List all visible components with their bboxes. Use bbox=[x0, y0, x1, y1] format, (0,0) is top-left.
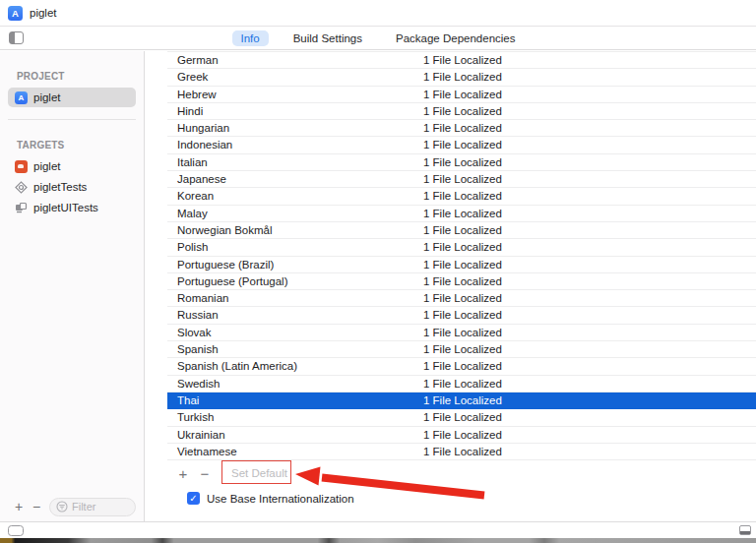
files-localized-label: 1 File Localized bbox=[423, 376, 502, 392]
files-localized-label: 1 File Localized bbox=[423, 257, 502, 273]
sidebar-toggle-icon[interactable] bbox=[9, 31, 24, 44]
language-label: Korean bbox=[167, 190, 214, 202]
project-editor-tabs: Info Build Settings Package Dependencies bbox=[0, 30, 756, 46]
localization-row[interactable]: Japanese 1 File Localized bbox=[167, 171, 756, 188]
tab-info[interactable]: Info bbox=[232, 30, 269, 46]
language-label: Indonesian bbox=[167, 139, 232, 151]
language-label: Hindi bbox=[167, 105, 203, 117]
add-target-button[interactable]: + bbox=[10, 500, 28, 513]
localization-row[interactable]: Spanish 1 File Localized bbox=[167, 341, 756, 358]
sidebar-item-label: piglet bbox=[33, 160, 61, 172]
tab-build-settings[interactable]: Build Settings bbox=[284, 30, 371, 46]
files-localized-label: 1 File Localized bbox=[423, 103, 502, 120]
files-localized-label: 1 File Localized bbox=[423, 171, 502, 188]
language-label: Vietnamese bbox=[167, 446, 237, 457]
project-app-icon: A bbox=[8, 6, 23, 21]
unit-test-target-icon bbox=[15, 181, 28, 194]
files-localized-label: 1 File Localized bbox=[423, 137, 502, 153]
files-localized-label: 1 File Localized bbox=[423, 427, 502, 444]
localization-row[interactable]: Hungarian 1 File Localized bbox=[167, 120, 756, 137]
files-localized-label: 1 File Localized bbox=[423, 325, 502, 341]
files-localized-label: 1 File Localized bbox=[423, 392, 502, 409]
localization-row[interactable]: Italian 1 File Localized bbox=[167, 154, 756, 171]
app-target-icon bbox=[15, 160, 28, 173]
add-localization-button[interactable]: + bbox=[174, 466, 192, 481]
bottom-bar bbox=[0, 521, 756, 538]
language-label: Romanian bbox=[167, 292, 228, 304]
language-label: Japanese bbox=[167, 173, 226, 185]
localization-table-footer: + − Set Default bbox=[174, 460, 756, 486]
files-localized-label: 1 File Localized bbox=[423, 290, 502, 307]
remove-localization-button[interactable]: − bbox=[196, 466, 214, 481]
project-section-header: PROJECT bbox=[17, 71, 144, 82]
files-localized-label: 1 File Localized bbox=[423, 87, 502, 103]
localization-row[interactable]: Polish 1 File Localized bbox=[167, 239, 756, 256]
files-localized-label: 1 File Localized bbox=[423, 307, 502, 324]
files-localized-label: 1 File Localized bbox=[423, 69, 502, 86]
use-base-internationalization-row: ✓ Use Base Internationalization bbox=[187, 492, 756, 505]
filter-placeholder: Filter bbox=[72, 501, 95, 513]
sidebar-item-target-piglettests[interactable]: pigletTests bbox=[8, 177, 136, 197]
sidebar-item-label: pigletUITests bbox=[33, 202, 98, 213]
project-icon: A bbox=[15, 91, 28, 104]
localization-table: German 1 File Localized Greek 1 File Loc… bbox=[167, 51, 756, 460]
localization-row[interactable]: Vietnamese 1 File Localized bbox=[167, 444, 756, 460]
files-localized-label: 1 File Localized bbox=[423, 444, 502, 460]
title-bar: A piglet bbox=[0, 0, 756, 27]
language-label: Greek bbox=[167, 71, 208, 83]
language-label: German bbox=[167, 54, 219, 66]
targets-section-header: TARGETS bbox=[17, 140, 144, 151]
editor-tab-bar: Info Build Settings Package Dependencies bbox=[0, 27, 756, 50]
language-label: Italian bbox=[167, 156, 208, 168]
tab-package-dependencies[interactable]: Package Dependencies bbox=[387, 30, 524, 46]
sidebar-bottom-bar: + − Filter bbox=[0, 496, 144, 521]
localization-row[interactable]: Korean 1 File Localized bbox=[167, 188, 756, 205]
debug-area-toggle-icon[interactable] bbox=[739, 525, 751, 535]
sidebar-divider bbox=[8, 119, 136, 120]
use-base-internationalization-checkbox[interactable]: ✓ bbox=[187, 492, 200, 505]
localization-row[interactable]: Spanish (Latin America) 1 File Localized bbox=[167, 358, 756, 375]
files-localized-label: 1 File Localized bbox=[423, 120, 502, 137]
files-localized-label: 1 File Localized bbox=[423, 358, 502, 375]
sidebar-item-target-pigletuitests[interactable]: pigletUITests bbox=[8, 198, 136, 217]
language-label: Swedish bbox=[167, 378, 220, 390]
use-base-internationalization-label: Use Base Internationalization bbox=[207, 493, 354, 505]
localization-row[interactable]: Portuguese (Portugal) 1 File Localized bbox=[167, 273, 756, 290]
filter-input[interactable]: Filter bbox=[49, 498, 136, 516]
language-label: Turkish bbox=[167, 411, 214, 423]
language-label: Portuguese (Brazil) bbox=[167, 259, 274, 271]
set-default-button[interactable]: Set Default bbox=[225, 465, 293, 481]
sidebar-item-project-piglet[interactable]: A piglet bbox=[8, 88, 136, 107]
localizations-pane: German 1 File Localized Greek 1 File Loc… bbox=[145, 51, 756, 521]
xcode-project-window: A piglet Info Build Settings Package Dep… bbox=[0, 0, 756, 543]
toolbar-toggle-icon[interactable] bbox=[8, 525, 24, 536]
sidebar-item-label: pigletTests bbox=[33, 181, 87, 193]
files-localized-label: 1 File Localized bbox=[423, 206, 502, 222]
localization-row[interactable]: Russian 1 File Localized bbox=[167, 307, 756, 324]
background-window-sliver bbox=[0, 538, 756, 543]
language-label: Spanish (Latin America) bbox=[167, 360, 297, 372]
files-localized-label: 1 File Localized bbox=[423, 409, 502, 426]
localization-row[interactable]: Hebrew 1 File Localized bbox=[167, 87, 756, 103]
localization-row[interactable]: Turkish 1 File Localized bbox=[167, 409, 756, 426]
localization-row[interactable]: Portuguese (Brazil) 1 File Localized bbox=[167, 257, 756, 273]
localization-row[interactable]: Hindi 1 File Localized bbox=[167, 103, 756, 120]
language-label: Slovak bbox=[167, 327, 212, 338]
localization-row[interactable]: Thai 1 File Localized bbox=[167, 392, 756, 409]
localization-row[interactable]: Romanian 1 File Localized bbox=[167, 290, 756, 307]
language-label: Malay bbox=[167, 208, 208, 219]
language-label: Portuguese (Portugal) bbox=[167, 275, 288, 287]
localization-row[interactable]: Slovak 1 File Localized bbox=[167, 325, 756, 341]
localization-row[interactable]: Ukrainian 1 File Localized bbox=[167, 427, 756, 444]
remove-target-button[interactable]: − bbox=[28, 500, 45, 513]
files-localized-label: 1 File Localized bbox=[423, 222, 502, 239]
sidebar-item-target-piglet[interactable]: piglet bbox=[8, 156, 136, 176]
localization-row[interactable]: Norwegian Bokmål 1 File Localized bbox=[167, 222, 756, 239]
localization-row[interactable]: Swedish 1 File Localized bbox=[167, 376, 756, 392]
localization-row[interactable]: Malay 1 File Localized bbox=[167, 206, 756, 222]
localization-row[interactable]: Greek 1 File Localized bbox=[167, 69, 756, 86]
language-label: Hungarian bbox=[167, 122, 229, 134]
localization-row[interactable]: German 1 File Localized bbox=[167, 52, 756, 69]
language-label: Russian bbox=[167, 309, 219, 321]
localization-row[interactable]: Indonesian 1 File Localized bbox=[167, 137, 756, 153]
